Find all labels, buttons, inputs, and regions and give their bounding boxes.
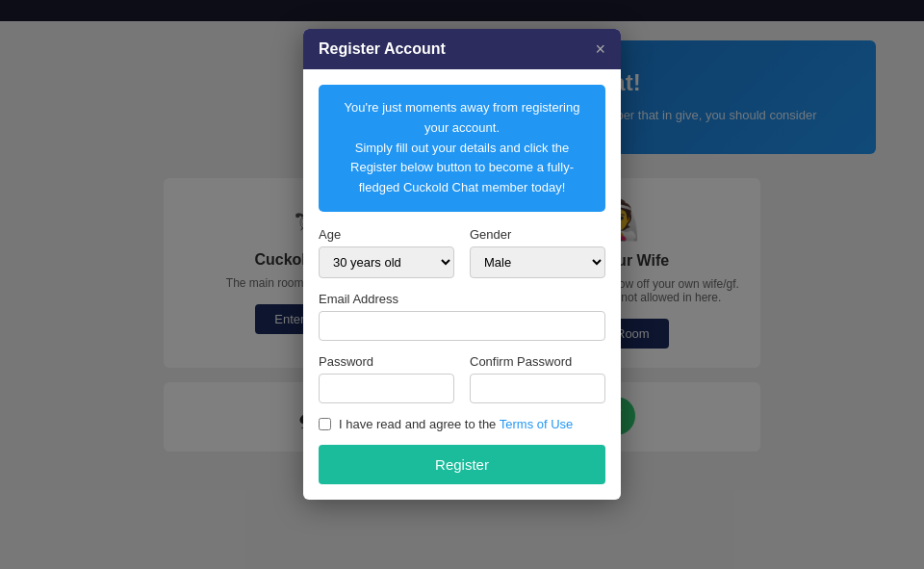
confirm-password-label: Confirm Password (470, 354, 605, 369)
terms-checkbox[interactable] (319, 418, 331, 430)
terms-link[interactable]: Terms of Use (500, 417, 574, 431)
password-group: Password (319, 354, 454, 403)
email-input[interactable] (319, 311, 605, 341)
age-group: Age 18 years old 19 years old 20 years o… (319, 227, 454, 278)
password-row: Password Confirm Password (319, 354, 605, 403)
age-gender-row: Age 18 years old 19 years old 20 years o… (319, 227, 605, 278)
gender-label: Gender (470, 227, 605, 242)
modal-info-box: You're just moments away from registerin… (319, 85, 605, 212)
email-group: Email Address (319, 292, 605, 341)
password-input[interactable] (319, 374, 454, 403)
gender-select[interactable]: Male Female Other (470, 246, 605, 278)
modal-body: You're just moments away from registerin… (303, 69, 621, 500)
terms-text: I have read and agree to the Terms of Us… (339, 417, 573, 431)
terms-row: I have read and agree to the Terms of Us… (319, 417, 605, 431)
age-select[interactable]: 18 years old 19 years old 20 years old 2… (319, 246, 454, 278)
modal-title: Register Account (319, 40, 446, 58)
confirm-password-group: Confirm Password (470, 354, 605, 403)
password-label: Password (319, 354, 454, 369)
gender-group: Gender Male Female Other (470, 227, 605, 278)
register-button[interactable]: Register (319, 445, 605, 484)
email-label: Email Address (319, 292, 605, 306)
age-label: Age (319, 227, 454, 242)
modal-close-button[interactable]: × (595, 40, 605, 58)
modal-overlay: Register Account × You're just moments a… (0, 0, 924, 569)
modal-info-text: You're just moments away from registerin… (345, 100, 580, 194)
confirm-password-input[interactable] (470, 374, 605, 403)
register-modal: Register Account × You're just moments a… (303, 29, 621, 500)
modal-header: Register Account × (303, 29, 621, 69)
